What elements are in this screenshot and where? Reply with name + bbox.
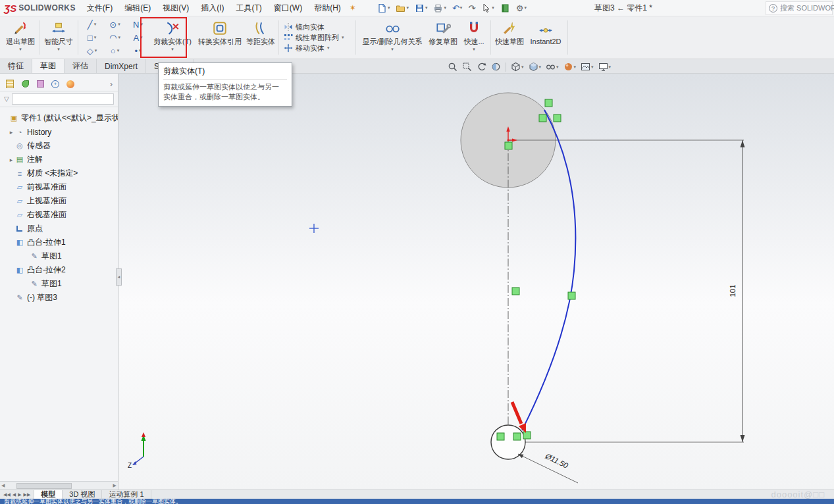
dropdown-caret-icon[interactable]: ▾ [140, 22, 143, 27]
dropdown-caret-icon[interactable]: ▾ [139, 48, 142, 53]
arc-tool[interactable]: ◠▾ [103, 31, 126, 44]
dimension-101[interactable]: 101 [729, 140, 745, 442]
constraint-icon[interactable] [545, 99, 552, 107]
dimxpertmanager-tab[interactable]: + [51, 80, 60, 89]
tree-item-boss-extrude1[interactable]: ◧凸台-拉伸1 [0, 236, 118, 249]
line-tool[interactable]: ╱▾ [80, 18, 103, 31]
dropdown-caret-icon[interactable]: ▾ [539, 64, 542, 70]
constraint-icon[interactable] [512, 288, 519, 295]
dropdown-caret-icon[interactable]: ▾ [609, 64, 612, 70]
propertymanager-tab[interactable] [20, 80, 30, 89]
offset-entities-button[interactable]: 等距实体 [245, 18, 276, 57]
tree-item-front-plane[interactable]: ▱前视基准面 [0, 180, 118, 194]
panel-horizontal-scrollbar[interactable]: ◀ ▶ [0, 481, 118, 490]
menu-file[interactable]: 文件(F) [81, 0, 118, 16]
dropdown-caret-icon[interactable]: ▾ [521, 64, 524, 70]
dropdown-caret-icon[interactable]: ▾ [524, 5, 527, 11]
dropdown-caret-icon[interactable]: ▾ [492, 5, 494, 11]
dropdown-caret-icon[interactable]: ▾ [19, 47, 22, 52]
dropdown-caret-icon[interactable]: ▾ [406, 5, 409, 11]
rectangle-tool[interactable]: □▾ [80, 31, 103, 44]
panel-expand-chevron-icon[interactable]: › [110, 80, 113, 89]
next-tab-icon[interactable]: ▶ [18, 492, 21, 497]
search-box[interactable]: ? 搜索 SOLIDWOR [766, 1, 833, 15]
spline-tool[interactable]: N▾ [126, 18, 149, 31]
constraint-icon[interactable] [505, 142, 512, 149]
tree-item-history[interactable]: ▸◔History [0, 125, 118, 139]
menu-insert[interactable]: 插入(I) [195, 0, 230, 16]
smart-dimension-button[interactable]: 智能尺寸 ▾ [41, 18, 76, 57]
instant2d-button[interactable]: Instant2D [526, 18, 565, 57]
menu-view[interactable]: 视图(V) [157, 0, 195, 16]
dropdown-caret-icon[interactable]: ▾ [591, 64, 594, 70]
sketch-small-circle[interactable] [491, 425, 525, 459]
expand-arrow-icon[interactable]: ▸ [8, 157, 14, 163]
hide-show-items-button[interactable]: ▾ [546, 62, 559, 72]
tree-item-material[interactable]: ≡材质 <未指定> [0, 166, 118, 180]
polygon-tool[interactable]: ◇▾ [80, 44, 103, 57]
expand-arrow-icon[interactable]: ▸ [8, 129, 14, 136]
toolbox-button[interactable] [499, 2, 511, 14]
mirror-entities-button[interactable]: 镜向实体 [284, 22, 351, 32]
print-button[interactable]: ▾ [432, 2, 448, 14]
menu-edit[interactable]: 编辑(E) [118, 0, 157, 16]
apply-scene-button[interactable]: ▾ [581, 62, 594, 72]
tree-item-origin[interactable]: 原点 [0, 222, 118, 236]
dropdown-caret-icon[interactable]: ▾ [556, 64, 559, 70]
constraint-icon[interactable] [554, 114, 561, 122]
dimension-101-text[interactable]: 101 [729, 284, 737, 297]
linear-sketch-pattern-button[interactable]: 线性草图阵列 ▾ [284, 33, 351, 42]
dropdown-caret-icon[interactable]: ▾ [460, 5, 463, 11]
displaymanager-tab[interactable] [66, 80, 75, 89]
graphics-viewport[interactable]: 101 [118, 74, 834, 490]
dropdown-caret-icon[interactable]: ▾ [425, 5, 428, 11]
dropdown-caret-icon[interactable]: ▾ [95, 48, 97, 53]
dropdown-caret-icon[interactable]: ▾ [574, 64, 577, 70]
dropdown-caret-icon[interactable]: ▾ [391, 47, 394, 52]
dropdown-caret-icon[interactable]: ▾ [342, 35, 344, 40]
save-button[interactable]: ▾ [413, 2, 429, 14]
rapid-sketch-button[interactable]: 快速草图 [493, 18, 526, 57]
tab-sketch[interactable]: 草图 [32, 59, 65, 73]
previous-view-button[interactable] [477, 62, 486, 72]
panel-splitter-handle[interactable]: ◂ [116, 268, 122, 286]
menu-window[interactable]: 窗口(W) [268, 0, 308, 16]
tree-item-part[interactable]: ▣零件1 (默认<<默认>_显示状态 [0, 111, 118, 125]
dropdown-caret-icon[interactable]: ▾ [118, 35, 120, 40]
dropdown-caret-icon[interactable]: ▾ [118, 22, 120, 27]
repair-sketch-button[interactable]: 修复草图 [427, 18, 459, 57]
dropdown-caret-icon[interactable]: ▾ [140, 35, 143, 40]
exit-sketch-button[interactable]: 退出草图 ▾ [4, 18, 37, 57]
tree-item-annotations[interactable]: ▸▤注解 [0, 153, 118, 166]
dropdown-caret-icon[interactable]: ▾ [94, 35, 97, 40]
dropdown-caret-icon[interactable]: ▾ [388, 5, 390, 11]
section-view-button[interactable] [491, 62, 501, 72]
dimension-diameter-text[interactable]: Ø11.50 [544, 451, 570, 470]
dropdown-caret-icon[interactable]: ▾ [171, 47, 174, 52]
tab-evaluate[interactable]: 评估 [65, 59, 97, 73]
featuremanager-tab[interactable] [5, 80, 14, 89]
configurationmanager-tab[interactable] [36, 80, 45, 89]
pin-menu-icon[interactable]: ✶ [350, 3, 356, 13]
select-button[interactable]: ▾ [480, 2, 496, 14]
tree-item-right-plane[interactable]: ▱右视基准面 [0, 208, 118, 222]
open-button[interactable]: ▾ [394, 2, 410, 14]
constraint-icon[interactable] [523, 432, 531, 439]
search-input[interactable]: 搜索 SOLIDWOR [780, 3, 834, 13]
zoom-fit-button[interactable] [448, 62, 457, 72]
dropdown-caret-icon[interactable]: ▾ [117, 48, 120, 53]
help-icon[interactable]: ? [769, 4, 777, 13]
move-entities-button[interactable]: 移动实体 ▾ [284, 43, 351, 53]
zoom-area-button[interactable] [462, 62, 472, 72]
quick-snaps-button[interactable]: 快速... ▾ [459, 18, 488, 57]
dimension-diameter[interactable]: Ø11.50 [518, 451, 578, 483]
ellipse-tool[interactable]: ○▾ [103, 44, 126, 57]
dropdown-caret-icon[interactable]: ▾ [94, 22, 97, 27]
constraint-icon[interactable] [513, 433, 521, 440]
last-tab-icon[interactable]: ▶▶ [24, 492, 31, 497]
trim-entities-button[interactable]: 剪裁实体(T) ▾ [150, 18, 195, 57]
display-delete-relations-button[interactable]: 显示/删除几何关系 ▾ [358, 18, 427, 57]
filter-funnel-icon[interactable]: ▽ [4, 95, 9, 103]
redo-button[interactable]: ↷ [467, 2, 477, 14]
circle-tool[interactable]: ⊙▾ [103, 18, 126, 31]
